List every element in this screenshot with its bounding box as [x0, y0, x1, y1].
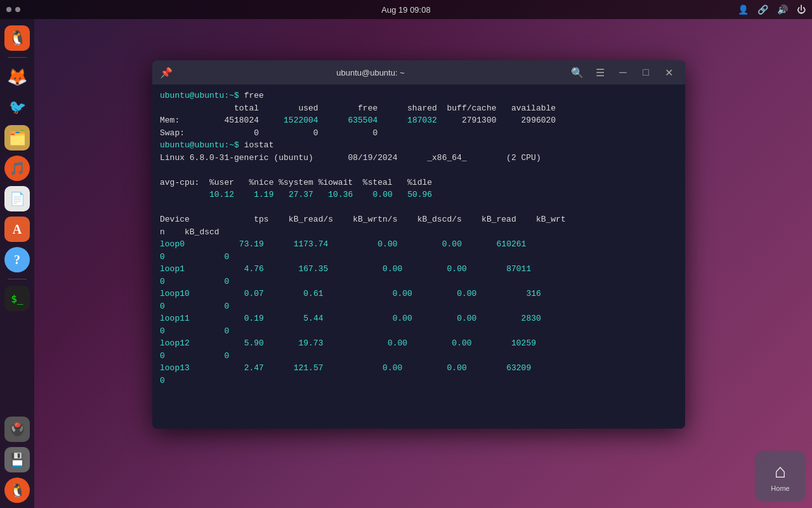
sidebar-item-terminal[interactable]: $_ [4, 286, 30, 311]
dev-loop0-kb_read: 610261 [497, 239, 527, 249]
terminal-titlebar: 📌 ubuntu@ubuntu: ~ 🔍 ☰ ─ □ ✕ [152, 60, 685, 84]
sidebar: 🐧 🦊 🐦 🗂️ 🎵 📄 A ? $_ 🖲️ 💾 🐧 [0, 19, 34, 508]
dev-loop0-kb_wrtn_s: 0.00 [377, 239, 397, 249]
sidebar-item-scanner[interactable]: 🖲️ [4, 417, 30, 442]
top-bar-dot-2 [15, 7, 20, 12]
terminal-title: ubuntu@ubuntu: ~ [179, 68, 562, 77]
terminal-minimize-button[interactable]: ─ [614, 64, 632, 81]
dev-si [412, 314, 457, 323]
dev-loop10-kb_dscd_s: 0.00 [457, 289, 476, 298]
dev-loop1-c2: 0 [224, 277, 229, 286]
terminal-close-button[interactable]: ✕ [660, 64, 678, 81]
volume-icon[interactable]: 🔊 [777, 4, 788, 15]
mem-sep2 [377, 116, 407, 125]
dev-loop1-name: loop1 [160, 264, 185, 274]
dev-loop13-kb_read: 63209 [506, 363, 531, 373]
dev-loop12-c2: 0 [224, 351, 229, 361]
sidebar-item-ubuntu-bottom[interactable]: 🐧 [4, 478, 30, 503]
dev-loop13-name: loop13 [160, 363, 190, 373]
sidebar-item-drive[interactable]: 💾 [4, 447, 30, 472]
prompt-1: ubuntu@ubuntu: [160, 91, 229, 100]
dev-loop1-kb_dscd_s: 0.00 [447, 264, 467, 274]
home-button[interactable]: ⌂ Home [755, 451, 806, 502]
power-icon[interactable]: ⏻ [797, 4, 806, 15]
dev-loop13-line2: 0 [160, 375, 678, 387]
home-label: Home [771, 485, 789, 492]
cpu-nice: 1.19 [254, 190, 273, 199]
cpu-values-line: 10.12 1.19 27.37 10.36 0.00 50.96 [160, 189, 678, 201]
network-icon[interactable]: 🔗 [757, 4, 768, 15]
dev-sk [190, 338, 244, 348]
cmd-free: free [239, 91, 264, 100]
terminal-menu-button[interactable]: ☰ [591, 64, 609, 81]
dev-loop13-tps: 2.47 [244, 363, 264, 373]
dev-loop0-line2: 0 0 [160, 251, 678, 264]
dev-sg [264, 314, 303, 323]
sidebar-item-ubuntu[interactable]: 🐧 [4, 25, 30, 51]
dev-loop12-line2: 0 0 [160, 350, 678, 363]
dev-loop12-tps: 5.90 [244, 338, 264, 348]
titlebar-controls: 🔍 ☰ ─ □ ✕ [568, 64, 678, 81]
sidebar-item-firefox[interactable]: 🦊 [4, 64, 30, 90]
ps1-2: ~$ [229, 140, 239, 150]
terminal-maximize-button[interactable]: □ [637, 64, 655, 81]
dev-loop11-sp [165, 326, 225, 336]
dev-se [476, 289, 526, 298]
cpu-iowait: 10.36 [328, 190, 353, 199]
sidebar-item-rhythmbox[interactable]: 🎵 [4, 156, 30, 181]
cpu-system: 27.37 [289, 190, 313, 199]
sidebar-item-writer[interactable]: 📄 [4, 186, 30, 211]
dev-s9 [467, 264, 506, 274]
dev-loop1-kb_wrtn_s: 0.00 [383, 264, 402, 274]
terminal-window: 📌 ubuntu@ubuntu: ~ 🔍 ☰ ─ □ ✕ ubuntu@ubun… [152, 60, 685, 429]
person-icon[interactable]: 👤 [738, 4, 749, 15]
dev-loop11-line1: loop11 0.19 5.44 0.00 0.00 2830 [160, 312, 678, 325]
mem-free: 635504 [348, 116, 377, 125]
free-swap-line: Swap: 0 0 0 [160, 127, 678, 140]
cmd-iostat: iostat [239, 140, 274, 150]
dev-loop11-kb_wrtn_s: 0.00 [393, 314, 412, 323]
dev-sq [264, 363, 294, 373]
mem-shared: 187032 [407, 116, 437, 125]
dev-loop1-kb_read_s: 167.35 [298, 264, 328, 274]
dev-loop10-kb_read: 316 [526, 289, 540, 298]
dev-so [472, 338, 511, 348]
dev-s5 [185, 264, 244, 274]
dev-loop12-name: loop12 [160, 338, 190, 348]
dev-s6 [264, 264, 299, 274]
terminal-body[interactable]: ubuntu@ubuntu:~$ free total used free sh… [152, 84, 685, 429]
cpu-val-prefix [160, 190, 209, 199]
cpu-sep1 [234, 190, 254, 199]
dev-loop0-kb_dscd_s: 0.00 [442, 239, 462, 249]
dev-loop1-line1: loop1 4.76 167.35 0.00 0.00 87011 [160, 263, 678, 276]
dev-loop11-kb_read_s: 5.44 [303, 314, 323, 323]
dev-loop10-kb_wrtn_s: 0.00 [393, 289, 412, 298]
dev-loop12-sp [165, 351, 225, 361]
top-bar-right: 👤 🔗 🔊 ⏻ [738, 4, 806, 15]
sidebar-item-help[interactable]: ? [4, 247, 30, 272]
dev-sb [264, 289, 303, 298]
free-mem-line: Mem: 4518024 1522004 635504 187032 27913… [160, 114, 678, 127]
dev-st [467, 363, 506, 373]
terminal-search-button[interactable]: 🔍 [568, 64, 586, 81]
dev-ss [402, 363, 447, 373]
dev-loop1-tps: 4.76 [244, 264, 264, 274]
cpu-steal: 0.00 [373, 190, 393, 199]
dev-loop11-tps: 0.19 [244, 314, 264, 323]
dev-loop10-c1: 0 [160, 302, 165, 311]
dev-sj [476, 314, 521, 323]
dev-loop10-sp [165, 302, 225, 311]
dev-loop13-line1: loop13 2.47 121.57 0.00 0.00 63209 [160, 362, 678, 375]
cpu-sep2 [273, 190, 288, 199]
dev-loop1-line2: 0 0 [160, 276, 678, 288]
sidebar-item-appstore[interactable]: A [4, 217, 30, 242]
dev-loop11-line2: 0 0 [160, 325, 678, 338]
mem-label: Mem: 4518024 [160, 116, 284, 125]
top-bar-dot-1 [6, 7, 11, 12]
dev-loop0-name: loop0 [160, 239, 185, 249]
sidebar-item-thunderbird[interactable]: 🐦 [4, 95, 30, 120]
dev-loop12-kb_wrtn_s: 0.00 [388, 338, 407, 348]
sidebar-item-files[interactable]: 🗂️ [4, 125, 30, 150]
free-command-line: ubuntu@ubuntu:~$ free [160, 90, 678, 102]
iostat-line1: Linux 6.8.0-31-generic (ubuntu) 08/19/20… [160, 152, 678, 164]
